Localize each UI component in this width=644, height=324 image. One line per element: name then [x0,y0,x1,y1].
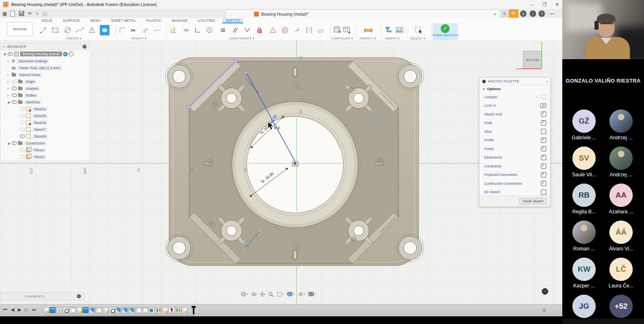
equal-tool-icon[interactable] [218,25,228,35]
document-tab[interactable]: Bearing Housing (metal)* × [225,9,500,19]
timeline-step-back-icon[interactable]: ◀ [11,307,14,312]
job-status-icon[interactable]: ⟳ [509,9,518,18]
help-icon[interactable]: ? [539,10,545,17]
timeline-feature-wedgeblue[interactable] [89,307,95,313]
expand-arrow-icon[interactable]: ▷ [6,94,10,97]
timeline-feature-hole[interactable] [63,307,69,313]
checkbox-checked[interactable] [541,172,546,177]
palette-header[interactable]: SKETCH PALETTE » [479,78,550,85]
timeline-settings-gear-icon[interactable]: ⚙ [542,308,546,313]
group-label-create[interactable]: CREATE ▾ [66,37,81,40]
grid-settings-icon[interactable]: ▾ [298,291,305,297]
add-comment-icon[interactable]: + [77,294,81,298]
insert-fastener-tool-icon[interactable] [383,25,393,35]
expand-arrow-icon[interactable]: ◢ [2,52,6,56]
group-label-insert[interactable]: INSERT ▾ [385,37,399,40]
expand-right-icon[interactable]: » [546,80,548,83]
minimize-button[interactable]: – [531,2,534,7]
root-component-label[interactable]: Bearing Housing (metal) [20,52,62,56]
browser-item-label[interactable]: Bodies [24,93,38,98]
look-at-camera-icon[interactable] [540,103,546,108]
curve-tool-icon[interactable] [153,25,162,35]
browser-item-origin[interactable]: ▷Origin [1,78,89,85]
tab-solid[interactable]: SOLID [38,18,56,23]
home-icon[interactable]: ⌂ [42,11,48,17]
participant-tile[interactable]: +52 [603,295,640,318]
parallel-tool-icon[interactable] [230,25,240,35]
tab-utilities[interactable]: UTILITIES [195,18,218,23]
collapse-panel-icon[interactable]: « [3,45,5,49]
browser-item-document-settings[interactable]: ▷⚙Document Settings [1,58,89,64]
comments-bar[interactable]: COMMENTS + [1,292,85,300]
checkbox-checked[interactable] [541,111,546,117]
fillet-tool-icon[interactable] [118,25,128,35]
visibility-eye-icon[interactable] [20,121,25,124]
participant-tile[interactable]: RBRegita B... [566,184,603,215]
group-label-modify[interactable]: MODIFY ▾ [131,37,146,40]
timeline-feature-wedgewhite[interactable] [136,307,142,313]
browser-item-label[interactable]: Plastic Rule: ABS (1,5 mm) [17,66,62,70]
timeline-step-forward-icon[interactable]: ▷ [25,307,28,312]
browser-item-bodies[interactable]: ▷Bodies [1,92,89,99]
timeline-feature-wedgewhite[interactable] [142,307,148,313]
finish-sketch-small-button[interactable]: Finish Sketch [519,198,547,204]
participant-tile[interactable]: AAAzahara ... [603,184,640,215]
expand-arrow-icon[interactable]: ▷ [6,73,10,76]
offset-tool-icon[interactable] [141,25,151,35]
trim-tool-icon[interactable]: ✂ [129,25,139,35]
speaker-video[interactable] [562,0,644,59]
browser-item-label[interactable]: Named Views [17,72,42,77]
browser-item-label[interactable]: Sketches [24,100,42,105]
browser-item-label[interactable]: Sketch5 [32,114,48,118]
participant-tile[interactable]: KWKacper ... [566,258,603,289]
browser-item-named-views[interactable]: ▷Named Views [1,71,89,78]
finish-sketch-button[interactable]: ✓ FINISH SKETCH ▾ [433,23,458,40]
polygon-tool-icon[interactable] [87,25,97,35]
visibility-eye-icon[interactable] [12,93,17,97]
new-file-button[interactable]: ▾ [10,11,15,17]
perpendicular-tool-icon[interactable] [242,25,252,35]
lock-tool-icon[interactable] [255,25,264,35]
workspace-dropdown[interactable]: DESIGN ▾ [7,22,33,36]
browser-item-label[interactable]: Sketch7 [32,127,48,132]
timeline-feature-wedgeblue[interactable] [116,307,122,313]
timeline-feature-mirror[interactable] [155,307,161,313]
browser-item-sketch5[interactable]: Sketch5 [1,112,89,119]
timeline-feature-hole[interactable] [109,307,115,313]
participant-tile[interactable]: SVSaulė Vil... [566,147,603,177]
spline-tool-icon[interactable] [75,25,85,35]
browser-item-sketch7[interactable]: Sketch7 [1,126,89,133]
document-tab-close-icon[interactable]: × [494,12,496,17]
expand-arrow-icon[interactable]: ▷ [6,87,10,90]
fix-ground-tool-icon[interactable] [181,25,191,35]
timeline-feature-sketch[interactable] [76,307,82,313]
checkbox-checked[interactable] [541,146,546,151]
visibility-eye-icon[interactable] [20,148,25,152]
visibility-eye-icon[interactable] [20,114,25,118]
panel-minus-icon[interactable]: − [83,45,87,49]
visibility-eye-icon[interactable] [20,107,25,111]
visibility-eye-icon[interactable] [12,100,17,104]
expand-arrow-icon[interactable]: ▷ [6,80,10,83]
visibility-eye-icon[interactable] [8,52,13,56]
tab-manage[interactable]: MANAGE [169,18,191,23]
tab-plastic[interactable]: PLASTIC [143,18,165,23]
new-document-tab-button[interactable]: + [501,10,508,17]
participant-tile[interactable]: LČLaura Če... [603,258,640,289]
browser-item-construction[interactable]: ◢Construction [1,140,89,147]
browser-item-label[interactable]: Sketch8 [32,134,48,139]
participant-tile[interactable]: Roman ... [566,221,603,252]
sketch-dimension-tool-icon[interactable] [169,25,179,35]
close-button[interactable]: ✕ [555,2,559,7]
expand-arrow-icon[interactable]: ◢ [6,101,10,104]
linetype-alt-icon[interactable] [541,95,546,99]
checkbox-checked[interactable] [541,155,546,160]
expand-arrow-icon[interactable]: ▷ [6,60,10,63]
browser-item-plastic-rule-abs-1-5-mm-[interactable]: Plastic Rule: ABS (1,5 mm) [1,64,89,71]
line-tool-icon[interactable] [39,25,48,35]
visibility-eye-icon[interactable] [20,155,25,159]
browser-item-analysis[interactable]: ▷Analysis [1,85,89,92]
expand-arrow-icon[interactable]: ◢ [6,142,10,145]
tab-mesh[interactable]: MESH [87,18,104,23]
timeline-feature-extrude[interactable] [83,307,89,313]
